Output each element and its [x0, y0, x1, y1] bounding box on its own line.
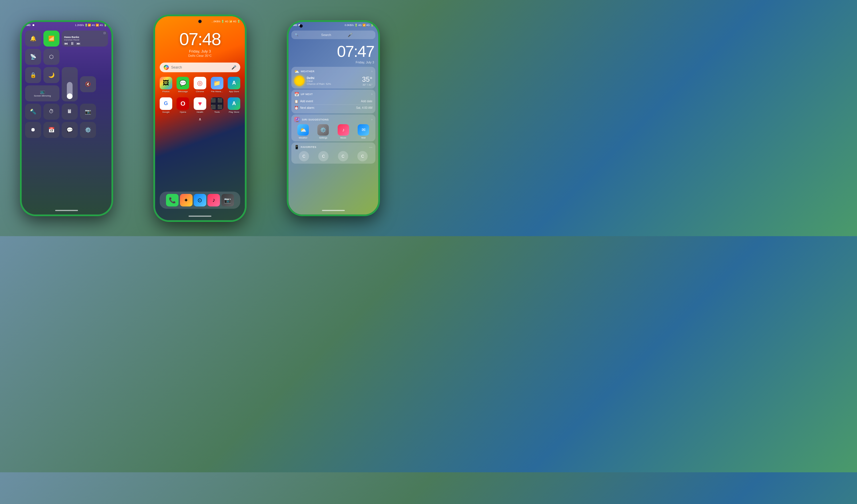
fav-contact-2[interactable]: C: [318, 151, 329, 161]
cc-brightness-slider[interactable]: [62, 67, 78, 101]
siri-music-label: Music: [340, 137, 346, 139]
slider-thumb: [67, 93, 72, 99]
rewind-icon[interactable]: ⏮: [64, 41, 68, 46]
cc-messages-tile[interactable]: 💬: [62, 122, 78, 138]
siri-section-label: SIRI SUGGESTIONS: [302, 118, 329, 121]
files-icon: 📁: [211, 77, 223, 89]
widget-clock: 07:47 Friday, July 3: [288, 40, 378, 66]
favorites-widget: 📱 FAVORITES ··· C C C C: [291, 142, 375, 163]
play-pause-icon[interactable]: ⏸: [70, 41, 74, 46]
app-appstore[interactable]: A App Store: [226, 77, 241, 93]
cc-screen-mirror-tile[interactable]: 📺 Screen Mirroring: [25, 85, 60, 101]
mic-icon[interactable]: 🎤: [231, 65, 236, 70]
fav-contact-4[interactable]: C: [357, 151, 368, 161]
calendar-widget-icon: 📅: [294, 92, 299, 97]
add-event-row[interactable]: 📋 Add event Add date: [294, 98, 372, 105]
search-placeholder: Search: [321, 33, 346, 37]
siri-mail-icon: ✉: [358, 124, 369, 136]
cc-timer-tile[interactable]: ⏱: [44, 104, 60, 120]
weather-city: Delhi: [307, 76, 360, 80]
siri-mail-app[interactable]: ✉ Mail: [354, 124, 372, 139]
favorites-header: 📱 FAVORITES ···: [294, 145, 372, 149]
weather-widget[interactable]: ⛅ WEATHER › Delhi Clear Chance of Rain: …: [291, 67, 375, 88]
dock-music[interactable]: ♪: [207, 194, 220, 206]
cc-row-1: 🔔 📶 📡 ⬡ ⊡: [25, 31, 108, 65]
dock-safari[interactable]: ⊙: [194, 194, 206, 206]
dock-phone[interactable]: 📞: [166, 194, 179, 206]
app-imessage[interactable]: 💬 iMessage: [176, 77, 190, 93]
app-google[interactable]: G Google: [158, 98, 173, 114]
music-controls[interactable]: ⏮ ⏸ ⏭: [64, 41, 106, 46]
cc-bluetooth-tile[interactable]: ⬡: [44, 49, 60, 65]
cc-mute-tile[interactable]: 🔇: [80, 76, 96, 92]
widget-screen-content: 🔍 Search 🎤 07:47 Friday, July 3 ⛅ WEATHE…: [288, 28, 378, 166]
weather-header: ⛅ WEATHER ›: [294, 69, 372, 74]
cc-dnd-tile[interactable]: 🌙: [44, 67, 60, 83]
home-weather-display: Delhi Clear 35°C: [155, 54, 245, 57]
siri-weather-app[interactable]: ⛅ Weather: [294, 124, 312, 139]
cc-calculator-tile[interactable]: 🖩: [62, 104, 78, 120]
siri-settings-app[interactable]: ⚙️ Settings: [314, 124, 332, 139]
upnext-header: 📅 UP NEXT ›: [294, 92, 372, 97]
cc-torch-tile[interactable]: 🔦: [25, 104, 41, 120]
add-event-label: 📋 Add event: [294, 99, 313, 103]
siri-music-app[interactable]: ♪ Music: [335, 124, 353, 139]
wifi-icon: 📡: [30, 54, 36, 60]
cc-notifications-tile[interactable]: 🔔: [25, 31, 41, 47]
cc-wifi-tile[interactable]: 📡: [25, 49, 41, 65]
app-playstore[interactable]: A Play Store: [226, 98, 241, 114]
google-search-bar[interactable]: G 🎤: [160, 63, 240, 72]
app-tools[interactable]: ⬛⬛⬛⬛ Tools: [210, 98, 224, 114]
mic-widget-icon[interactable]: 🎤: [348, 33, 372, 37]
dock-camera[interactable]: 📷: [221, 194, 234, 206]
screen-mirror-label: Screen Mirroring: [34, 94, 51, 97]
wifi-call-icon: 📶: [48, 35, 54, 42]
cc-record-tile[interactable]: ⏺: [25, 122, 41, 138]
cc-toggles: 🔔 📶 📡 ⬡: [25, 31, 60, 65]
bluetooth-icon: ⬡: [49, 54, 54, 60]
cc-camera-tile[interactable]: 📷: [80, 104, 96, 120]
search-input[interactable]: [171, 65, 229, 69]
fav-contact-3[interactable]: C: [338, 151, 348, 161]
favorites-more-icon[interactable]: ···: [369, 145, 372, 149]
phone-home-screen: ...0KB/s 🔋 4G 📶 4G 🔋 07:48 Friday, July …: [154, 15, 246, 221]
dock-klook[interactable]: ✦: [180, 194, 192, 206]
opera-label: Opera: [180, 111, 186, 114]
cc-wifi-calling-tile[interactable]: 📶: [44, 31, 60, 47]
app-files[interactable]: 📁 File Mana...: [210, 77, 224, 93]
home-date-display: Friday, July 3: [155, 49, 245, 53]
app-opera[interactable]: O Opera: [176, 98, 190, 114]
home-screen-layout: 07:48 Friday, July 3 Delhi Clear 35°C G …: [155, 23, 245, 221]
playstore-label: Play Store: [229, 111, 239, 114]
weather-chevron: ›: [371, 70, 372, 73]
app-health[interactable]: ♥ Health: [192, 98, 207, 114]
record-icon: ⏺: [31, 127, 36, 133]
phone-control-center: JIO ⏺ 1.2KB/s 🔋📶 4G 📶 4G 🔋 🔔 📶 📡: [21, 21, 112, 215]
appstore-label: App Store: [229, 90, 239, 93]
siri-weather-label: Weather: [299, 137, 307, 139]
siri-search-bar[interactable]: 🔍 Search 🎤: [291, 31, 375, 39]
weather-section-label: WEATHER: [301, 70, 315, 73]
sun-icon: [294, 76, 304, 86]
siri-weather-icon: ⛅: [297, 124, 309, 136]
app-chrome[interactable]: ◎ Chrome: [192, 77, 207, 93]
phone-green-icon: 📱: [294, 145, 299, 149]
cc-row-2: 🔒 🌙 📺 Screen Mirroring: [25, 67, 108, 101]
cc-calendar-tile[interactable]: 📅: [44, 122, 60, 138]
weather-rain: Chance of Rain: 52%: [307, 83, 360, 85]
cc-settings-tile[interactable]: ⚙️: [80, 122, 96, 138]
home-indicator-1[interactable]: [55, 210, 78, 211]
fast-forward-icon[interactable]: ⏭: [77, 41, 81, 46]
home-indicator-3[interactable]: [322, 210, 345, 211]
fav-contact-1[interactable]: C: [299, 151, 309, 161]
google-icon: G: [160, 98, 172, 110]
app-photos[interactable]: 🖼 Photos: [158, 77, 173, 93]
front-camera-2: [198, 20, 202, 23]
cc-rotation-lock-tile[interactable]: 🔒: [25, 67, 41, 83]
cc-music-tile[interactable]: ⊡ Hawa Banke Darshan Raval ⏮ ⏸ ⏭: [62, 31, 108, 47]
health-label: Health: [197, 111, 203, 114]
app-grid-row2: G Google O Opera ♥ Health ⬛⬛⬛⬛ Tools: [155, 95, 245, 116]
upnext-widget[interactable]: 📅 UP NEXT › 📋 Add event Add date ⏰ Next …: [291, 90, 375, 114]
rotation-lock-icon: 🔒: [30, 72, 36, 78]
siri-suggestions-widget: 🔮 SIRI SUGGESTIONS › ⛅ Weather ⚙️ Settin…: [291, 115, 375, 141]
